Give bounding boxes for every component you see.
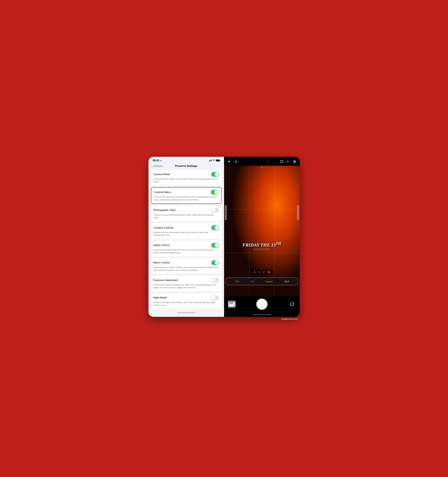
watermark-text: GadgetHacks.com (281, 318, 298, 320)
label-depth-control: Depth Control (153, 244, 170, 247)
zoom-1-button[interactable]: 1 (257, 270, 261, 274)
svg-rect-4 (295, 161, 296, 161)
chevron-down-button[interactable]: ⌄ (261, 165, 263, 169)
dynamic-island (253, 159, 271, 164)
desc-photographic-style: Preserve the last used Photographic Styl… (153, 214, 219, 219)
location-icon: ↗ (160, 159, 162, 162)
row-exposure-adjustment: Exposure Adjustment Preserve the exposur… (151, 276, 222, 291)
settings-panel: 09:41 ↗ (149, 157, 224, 317)
row-camera-mode: Camera Mode Preserve the last mode, such… (151, 170, 222, 185)
signal-bars (209, 160, 212, 161)
zoom-controls: .5 1 2 5× (250, 269, 274, 275)
section-creative-controls: Creative Controls Preserve the last used… (151, 223, 222, 239)
svg-rect-5 (293, 162, 294, 163)
back-chevron-icon: ‹ (152, 165, 153, 167)
label-creative-controls: Creative Controls (153, 226, 174, 229)
status-icons (209, 159, 220, 162)
label-exposure-adjustment: Exposure Adjustment (153, 279, 178, 282)
signal-bar-1 (209, 161, 209, 161)
section-night-mode: Night Mode Preserve the Night mode setti… (151, 293, 222, 309)
row-controls-menu: Controls Menu Preserve the previously us… (151, 188, 221, 203)
row-depth-control: Depth Control Preserve the depth setting… (151, 241, 222, 256)
row-photographic-style: Photographic Style Preserve the last use… (151, 206, 222, 221)
watermark-bar: GadgetHacks.com (149, 317, 300, 320)
live-photo-button[interactable] (285, 159, 290, 164)
signal-bar-4 (211, 160, 212, 161)
label-macro-control: Macro Control (153, 261, 170, 264)
right-handle[interactable] (297, 205, 299, 220)
movie-title-overlay: FRIDAY THE 13TH COLLECTION DELUXE EDITIO… (242, 241, 281, 251)
filter-button[interactable] (233, 159, 239, 164)
desc-creative-controls: Preserve the last used aspect ratio or l… (153, 231, 219, 237)
row-creative-controls: Creative Controls Preserve the last used… (151, 223, 222, 239)
camera-bottom-bar (224, 297, 300, 312)
movie-collection: COLLECTION (242, 248, 281, 249)
status-bar: 09:41 ↗ (149, 157, 224, 163)
toggle-depth-control[interactable] (211, 243, 219, 248)
svg-point-2 (287, 161, 288, 162)
toggle-exposure-adjustment[interactable] (211, 278, 219, 283)
flip-camera-button[interactable] (288, 300, 296, 308)
page-title: Preserve Settings (175, 165, 197, 167)
raw-max-button[interactable]: RAW MAX (280, 160, 284, 163)
movie-edition: DELUXE EDITION (242, 249, 281, 251)
label-photographic-style: Photographic Style (153, 209, 175, 212)
aspect-ratio-bar: 16:9 4:3 Square 16:9 (226, 277, 298, 285)
home-indicator (224, 312, 300, 317)
aspect-16-9-option-2[interactable]: 16:9 (284, 280, 289, 283)
home-bar (253, 314, 271, 315)
label-night-mode: Night Mode (153, 296, 167, 299)
camera-panel: ⌄ RAW MAX (224, 157, 300, 317)
signal-bar-3 (210, 160, 211, 161)
time-display: 09:41 (153, 159, 159, 162)
status-time: 09:41 ↗ (153, 159, 162, 162)
toggle-macro-control[interactable] (211, 260, 219, 265)
toggle-controls-menu[interactable] (211, 190, 219, 195)
shutter-button[interactable] (256, 299, 268, 310)
label-controls-menu: Controls Menu (154, 191, 171, 194)
section-camera-mode: Camera Mode Preserve the last mode, such… (151, 170, 222, 185)
row-macro-control: Macro Control Preserve the Auto Macro se… (151, 258, 222, 274)
section-exposure-adjustment: Exposure Adjustment Preserve the exposur… (151, 276, 222, 291)
desc-controls-menu: Preserve the previously used camera tool… (154, 196, 219, 201)
viewfinder-background (224, 166, 300, 297)
main-container: 09:41 ↗ (149, 157, 300, 317)
back-label: Camera (153, 165, 162, 167)
zoom-5x-button[interactable]: 5× (267, 270, 271, 274)
thumbnail-button[interactable] (228, 300, 236, 308)
camera-viewfinder: FRIDAY THE 13TH COLLECTION DELUXE EDITIO… (224, 166, 300, 297)
flash-button[interactable] (227, 159, 232, 164)
svg-rect-6 (295, 162, 296, 163)
toggle-night-mode[interactable] (211, 295, 219, 300)
svg-rect-3 (293, 161, 294, 161)
desc-exposure-adjustment: Preserve the exposure adjustment, rather… (153, 283, 219, 289)
thumbnail-preview (228, 301, 235, 307)
desc-depth-control: Preserve the depth setting for Photo, Po… (153, 249, 219, 254)
zoom-2-button[interactable]: 2 (262, 270, 266, 274)
zoom-05-button[interactable]: .5 (252, 270, 257, 274)
desc-night-mode: Preserve the Night mode setting, rather … (153, 301, 219, 307)
desc-camera-mode: Preserve the last mode, such as Video, r… (153, 178, 219, 183)
section-depth-control: Depth Control Preserve the depth setting… (151, 241, 222, 256)
left-handle[interactable] (225, 205, 227, 220)
row-night-mode: Night Mode Preserve the Night mode setti… (151, 293, 222, 309)
aspect-4-3-option[interactable]: 4:3 (251, 280, 254, 283)
settings-list: Camera Mode Preserve the last mode, such… (149, 170, 224, 311)
camera-dot (267, 161, 268, 162)
label-camera-mode: Camera Mode (153, 173, 170, 176)
signal-bar-2 (209, 160, 210, 161)
movie-title-main: FRIDAY THE 13TH (242, 241, 281, 248)
toggle-creative-controls[interactable] (211, 225, 219, 230)
section-photographic-style: Photographic Style Preserve the last use… (151, 206, 222, 221)
section-macro-control: Macro Control Preserve the Auto Macro se… (151, 258, 222, 274)
aspect-16-9-option-1[interactable]: 16:9 (235, 280, 239, 283)
desc-macro-control: Preserve the Auto Macro setting, rather … (153, 266, 219, 272)
nav-header: ‹ Camera Preserve Settings (149, 163, 224, 170)
toggle-photographic-style[interactable] (211, 208, 219, 213)
grid-button[interactable] (292, 159, 297, 164)
section-controls-menu: Controls Menu Preserve the previously us… (151, 187, 222, 204)
back-button[interactable]: ‹ Camera (152, 165, 162, 167)
wifi-icon (213, 159, 215, 162)
aspect-square-option[interactable]: Square (265, 280, 273, 283)
toggle-camera-mode[interactable] (211, 172, 219, 177)
